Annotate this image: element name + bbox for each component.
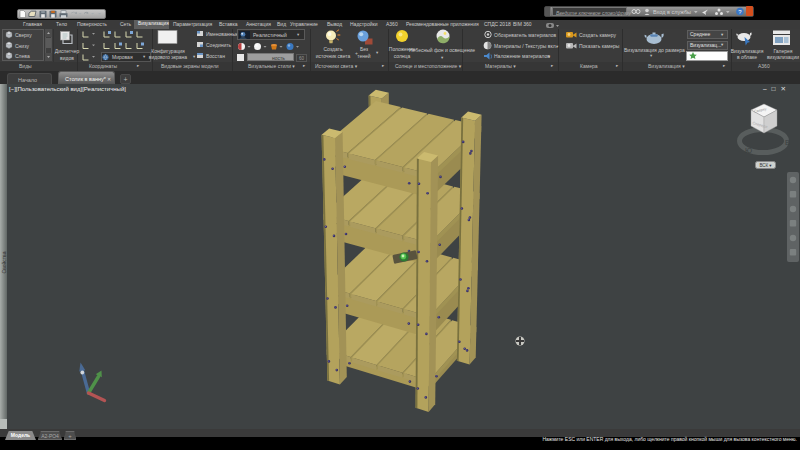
svg-text:Ю: Ю xyxy=(745,147,752,154)
svg-text:В: В xyxy=(785,139,790,146)
svg-text:Вход в службы: Вход в службы xyxy=(653,9,691,15)
